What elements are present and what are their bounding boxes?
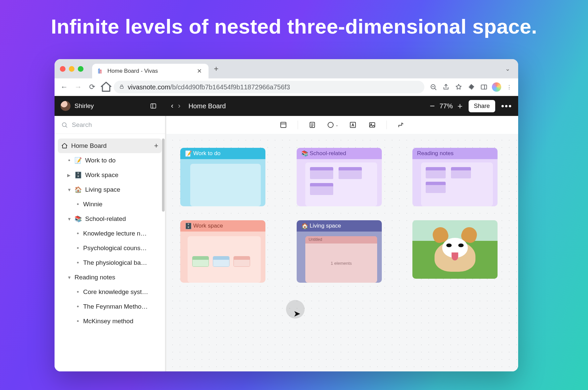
zoom-control: − 77% + [430,101,462,111]
toggle-sidebar-button[interactable] [148,100,159,112]
svg-rect-5 [281,122,286,128]
tree-item-work-space[interactable]: ▶ 🗄️ Work space [58,168,162,182]
shape-tool[interactable]: ⌄ [327,120,339,130]
image-tool[interactable] [367,120,377,130]
board-card-work-space[interactable]: 🗄️Work space [180,220,265,283]
tree-item-label: Core knowledge syste... [83,288,148,296]
infinite-canvas[interactable]: 📝Work to do 📚School-related Reading [166,134,518,371]
tree-item-label: Psychological counseli... [83,244,148,252]
toolbar-separator [298,121,298,129]
search-field[interactable]: Search [55,116,165,134]
frame-tool[interactable] [278,120,288,130]
tree-item-knowledge-lecture-notes[interactable]: • Knowledge lecture notes [58,226,162,241]
tree-item-work-to-do[interactable]: • 📝 Work to do [58,153,162,168]
caret-down-icon: ▼ [67,275,71,280]
tree-item-school-related[interactable]: ▼ 📚 School-related [58,212,162,226]
board-card-school-related[interactable]: 📚School-related [297,148,382,206]
zoom-out-button[interactable]: − [430,101,435,111]
caret-down-icon: ▼ [67,187,71,192]
breadcrumb-title: Home Board [189,102,226,110]
minimize-window-button[interactable] [69,66,74,72]
connector-tool[interactable] [396,120,406,130]
image-card-dog[interactable] [412,220,498,279]
app-bar: Shirley ‹ › Home Board − 77% + Share ••• [55,96,518,116]
tree-item-mckinsey-method[interactable]: • McKinsey method [58,314,162,329]
nav-forward-button[interactable]: › [178,102,180,110]
tab-close-button[interactable]: ✕ [195,67,204,75]
zoom-value: 77% [439,102,453,110]
house-icon: 🏠 [301,223,308,230]
new-tab-button[interactable]: + [214,64,219,73]
nav-back-button[interactable]: ‹ [171,102,173,110]
bookmark-star-icon[interactable] [453,81,464,93]
card-title: Work to do [193,150,220,157]
tree-item-label: Reading notes [74,274,115,281]
tree-root-home-board[interactable]: Home Board + [58,139,162,153]
tree-item-reading-notes[interactable]: ▼ Reading notes [58,270,162,285]
canvas-area: ⌄ 📝Work to do 📚School-related [165,116,518,371]
svg-point-7 [328,122,333,128]
board-card-living-space[interactable]: 🏠Living space Untitled 1 elements [297,220,382,283]
bullet-icon: • [76,303,80,310]
card-title: School-related [310,150,346,157]
note-tool[interactable] [307,120,317,130]
nested-board-subtitle: 1 elements [305,244,377,283]
note-icon: 📝 [74,157,82,164]
forward-button[interactable]: → [72,81,84,93]
nested-board-title: Untitled [305,236,377,244]
tree-item-living-space[interactable]: ▼ 🏠 Living space [58,182,162,197]
tree-item-psychological-counseling[interactable]: • Psychological counseli... [58,241,162,255]
tree-item-feynman-method[interactable]: • The Feynman Method ... [58,299,162,314]
tree-item-winnie[interactable]: • Winnie [58,197,162,212]
browser-tab[interactable]: Home Board - Vivas ✕ [92,64,209,78]
zoom-indicator-icon[interactable] [428,81,439,93]
bullet-icon: • [76,230,80,237]
card-title: Reading notes [417,150,454,157]
cabinet-icon: 🗄️ [74,171,82,179]
canvas-toolbar: ⌄ [166,116,518,134]
share-button[interactable]: Share [469,100,495,112]
reload-button[interactable]: ⟳ [86,81,98,93]
browser-window: Home Board - Vivas ✕ + ⌄ ← → ⟳ vivasnote… [55,59,518,371]
caret-right-icon: ▶ [67,173,71,178]
back-button[interactable]: ← [58,81,71,93]
app-more-button[interactable]: ••• [501,101,512,111]
close-window-button[interactable] [60,66,66,72]
svg-rect-9 [369,123,375,127]
toolbar-separator [386,121,387,129]
fullscreen-window-button[interactable] [78,66,83,72]
sidepanel-icon[interactable] [478,81,490,93]
nested-board-preview [188,236,261,283]
bullet-icon: • [76,201,80,208]
favicon [97,68,103,74]
sidebar-scrollbar[interactable] [162,139,165,212]
zoom-in-button[interactable]: + [457,101,462,111]
lock-icon [119,84,124,90]
user-name: Shirley [74,102,94,110]
books-icon: 📚 [301,150,308,157]
card-title: Living space [310,223,341,229]
bullet-icon: • [76,259,80,266]
board-card-work-to-do[interactable]: 📝Work to do [180,148,265,206]
board-card-reading-notes[interactable]: Reading notes [412,148,498,206]
tree-item-physiological-basis[interactable]: • The physiological basis... [58,255,162,270]
home-icon [61,143,68,149]
caret-down-icon: ▼ [67,217,71,222]
marketing-headline: Infinite levels of nested three-dimensio… [0,15,588,38]
tree-item-core-knowledge-system[interactable]: • Core knowledge syste... [58,285,162,299]
extensions-icon[interactable] [466,81,477,93]
sidebar: Search Home Board + • 📝 Work to do ▶ 🗄️ [55,116,165,371]
profile-avatar[interactable] [491,81,502,93]
search-placeholder: Search [72,121,92,129]
tab-dropdown-button[interactable]: ⌄ [503,64,513,74]
add-child-button[interactable]: + [154,142,158,150]
tab-title: Home Board - Vivas [107,68,191,74]
url-text: vivasnote.com/b/cd4d90fb7b16454f9b118729… [128,83,290,91]
address-bar[interactable]: vivasnote.com/b/cd4d90fb7b16454f9b118729… [114,81,424,93]
home-button[interactable] [100,81,112,93]
browser-menu-button[interactable]: ⋮ [504,81,515,93]
bullet-icon: • [76,288,80,296]
user-avatar[interactable] [61,101,71,111]
share-icon[interactable] [440,81,452,93]
text-tool[interactable] [348,120,358,130]
